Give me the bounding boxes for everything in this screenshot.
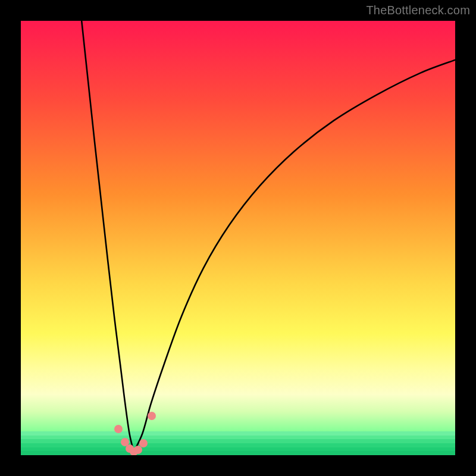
- watermark-text: TheBottleneck.com: [366, 4, 470, 17]
- minimum-bead: [114, 425, 123, 433]
- curve-right-branch: [134, 60, 455, 452]
- curve-left-branch: [82, 21, 134, 452]
- curve-layer: [21, 21, 455, 455]
- minimum-bead: [139, 439, 148, 447]
- plot-area: [21, 21, 455, 455]
- minimum-bead: [148, 412, 156, 420]
- chart-frame: TheBottleneck.com: [0, 0, 476, 476]
